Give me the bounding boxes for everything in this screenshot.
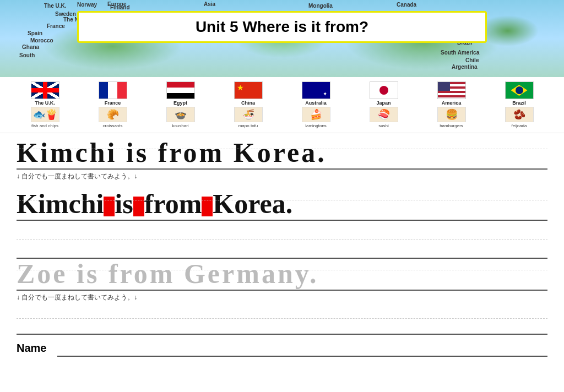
flag-item-america: America 🍔 hamburgers xyxy=(437,81,466,128)
food-img-china: 🍜 xyxy=(234,107,263,122)
map-label-norway: Norway xyxy=(77,2,97,8)
food-label-australia: lamingtons xyxy=(305,123,327,128)
flag-item-uk: The U.K. 🐟🍟 fish and chips xyxy=(31,81,59,128)
map-label-asia: Asia xyxy=(204,1,215,7)
map-label-south-america: South America xyxy=(441,50,479,56)
flag-egypt xyxy=(166,81,195,99)
flag-label-china: China xyxy=(241,100,255,106)
sentence2-ghost-text: Zoe is from Germany. xyxy=(17,260,547,290)
flag-item-china: China 🍜 mapo tofu xyxy=(234,81,263,128)
map-label-chile: Chile xyxy=(465,57,479,63)
student-copy-line1[interactable] xyxy=(17,223,547,259)
flag-label-uk: The U.K. xyxy=(35,100,55,106)
food-img-uk: 🐟🍟 xyxy=(31,107,59,122)
food-img-america: 🍔 xyxy=(437,107,466,122)
flags-row: The U.K. 🐟🍟 fish and chips France 🥐 croi… xyxy=(0,77,564,133)
flag-france xyxy=(99,81,127,99)
food-label-china: mapo tofu xyxy=(238,123,258,128)
flag-item-japan: Japan 🍣 sushi xyxy=(370,81,398,128)
flag-australia xyxy=(302,81,330,99)
name-input-line[interactable] xyxy=(57,340,547,357)
food-img-japan: 🍣 xyxy=(370,107,398,122)
food-img-brazil: 🫘 xyxy=(505,107,534,122)
flag-item-france: France 🥐 croissants xyxy=(99,81,127,128)
sentence1-container: Kimchi is from Korea. xyxy=(17,139,547,170)
food-label-japan: sushi xyxy=(378,123,389,128)
map-label-canada: Canada xyxy=(397,2,416,8)
copy-from: from xyxy=(144,190,202,217)
midline5 xyxy=(17,318,547,319)
flag-item-brazil: Brazil 🫘 feijoada xyxy=(505,81,534,128)
sentence1-text: Kimchi is from Korea. xyxy=(17,139,547,168)
midline2 xyxy=(17,200,547,200)
map-label-south: South xyxy=(19,52,35,58)
flag-japan xyxy=(370,81,398,99)
food-img-france: 🥐 xyxy=(99,107,127,122)
food-img-australia: 🍰 xyxy=(302,107,330,122)
flag-label-egypt: Egypt xyxy=(173,100,187,106)
map-label-argentina: Argentina xyxy=(452,64,478,70)
name-label: Name xyxy=(17,342,46,357)
page-title: Unit 5 Where is it from? xyxy=(196,18,368,35)
food-label-uk: fish and chips xyxy=(31,123,58,128)
food-label-france: croissants xyxy=(102,123,122,128)
flag-uk xyxy=(31,81,59,99)
midline1 xyxy=(17,149,547,149)
writing-area: Kimchi is from Korea. ↓ 自分でも一度まねして書いてみよう… xyxy=(0,133,564,362)
map-label-mongolia: Mongolia xyxy=(308,3,333,9)
map-label-ghana: Ghana xyxy=(22,44,39,50)
flag-item-egypt: Egypt 🍲 koushari xyxy=(166,81,195,128)
flag-china xyxy=(234,81,263,99)
main-content: The U.K. 🐟🍟 fish and chips France 🥐 croi… xyxy=(0,77,564,392)
copy-korea: Korea. xyxy=(213,190,292,217)
map-label-morocco: Morocco xyxy=(30,37,53,43)
flag-label-france: France xyxy=(105,100,121,106)
flag-label-japan: Japan xyxy=(376,100,391,106)
title-box: Unit 5 Where is it from? xyxy=(77,11,487,43)
flag-label-australia: Australia xyxy=(305,100,327,106)
map-label-uk: The U.K. xyxy=(44,3,67,9)
flag-label-brazil: Brazil xyxy=(512,100,526,106)
flag-brazil xyxy=(505,81,534,99)
map-label-spain: Spain xyxy=(28,30,42,36)
food-label-brazil: feijoada xyxy=(511,123,527,128)
student-copy-line2[interactable] xyxy=(17,304,547,335)
copy-line-container: KimchiisfromKorea. xyxy=(17,182,547,221)
flag-label-america: America xyxy=(442,100,462,106)
flag-item-australia: Australia 🍰 lamingtons xyxy=(302,81,330,128)
hint-text2: ↓ 自分でも一度まねして書いてみよう。↓ xyxy=(17,293,547,302)
food-label-america: hamburgers xyxy=(440,123,463,128)
midline4 xyxy=(17,270,547,270)
name-row: Name xyxy=(17,340,547,357)
food-label-egypt: koushari xyxy=(172,123,188,128)
copy-line-text: KimchiisfromKorea. xyxy=(17,190,292,220)
midline3 xyxy=(17,239,547,240)
hint-text1: ↓ 自分でも一度まねして書いてみよう。↓ xyxy=(17,172,547,181)
food-img-egypt: 🍲 xyxy=(166,107,195,122)
flag-america xyxy=(437,81,466,99)
sentence2-container: Zoe is from Germany. xyxy=(17,260,547,291)
copy-is: is xyxy=(115,190,133,217)
map-label-europe: Europe xyxy=(107,1,126,7)
map-label-france: France xyxy=(47,23,65,29)
copy-kimchi: Kimchi xyxy=(17,190,104,217)
